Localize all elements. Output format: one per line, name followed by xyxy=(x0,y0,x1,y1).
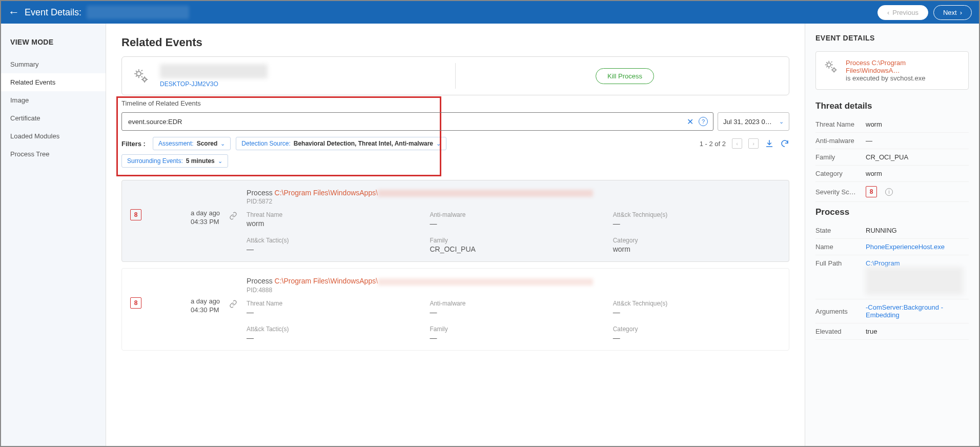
field-value: — xyxy=(247,245,414,253)
help-icon[interactable]: ? xyxy=(699,117,708,126)
sidebar-item-summary[interactable]: Summary xyxy=(1,55,106,73)
chevron-left-icon: ‹ xyxy=(887,9,889,16)
field-label: Anti-malware xyxy=(430,300,597,307)
topbar: ← Event Details: ‹ Previous Next › xyxy=(1,1,979,24)
field-label: Att&ck Tactic(s) xyxy=(247,326,414,333)
event-card[interactable]: 8 a day ago 04:30 PM Process C:\Program … xyxy=(121,268,789,350)
date-range-picker[interactable]: Jul 31, 2023 0… ⌄ xyxy=(718,112,789,131)
sidebar-item-related-events[interactable]: Related Events xyxy=(1,73,106,91)
field-label: Threat Name xyxy=(247,300,414,307)
download-icon[interactable] xyxy=(765,139,774,148)
field-value: CR_OCI_PUA xyxy=(430,245,597,253)
chevron-down-icon: ⌄ xyxy=(436,140,441,147)
chip-key: Surrounding Events: xyxy=(127,157,183,165)
sidebar-item-image[interactable]: Image xyxy=(1,91,106,109)
link-icon xyxy=(229,277,237,341)
content-area: Related Events DESKTOP-JJM2V3O Kill Proc… xyxy=(106,24,805,446)
info-icon[interactable]: i xyxy=(885,188,893,196)
next-button-label: Next xyxy=(943,9,957,16)
refresh-icon[interactable] xyxy=(780,139,789,148)
event-title: Process C:\Program Files\WindowsApps\ xyxy=(247,189,781,197)
kv-key: State xyxy=(815,227,861,234)
kv-value: worm xyxy=(866,170,969,177)
host-link[interactable]: DESKTOP-JJM2V3O xyxy=(160,80,268,88)
field-label: Att&ck Technique(s) xyxy=(613,211,781,218)
svg-point-1 xyxy=(143,78,146,81)
pager-text: 1 - 2 of 2 xyxy=(700,140,726,148)
redacted-path xyxy=(378,190,593,197)
kv-key: Arguments xyxy=(815,308,861,315)
event-title: Process C:\Program Files\WindowsApps\ xyxy=(247,277,781,285)
kv-value: worm xyxy=(866,120,969,128)
search-value: event.source:EDR xyxy=(128,118,182,126)
filters-label: Filters : xyxy=(121,140,146,148)
pager-prev-button[interactable]: ‹ xyxy=(732,138,742,149)
kv-value: RUNNING xyxy=(866,227,969,234)
kv-key: Elevated xyxy=(815,328,861,335)
chip-value: Scored xyxy=(197,140,218,147)
kv-value: — xyxy=(866,137,969,145)
process-heading: Process xyxy=(815,207,969,217)
field-value: — xyxy=(430,308,597,316)
threat-details-heading: Threat details xyxy=(815,101,969,111)
redacted-host-name xyxy=(160,64,268,78)
sidebar-item-process-tree[interactable]: Process Tree xyxy=(1,145,106,163)
field-value: — xyxy=(430,219,597,228)
filter-chip-surrounding-events[interactable]: Surrounding Events: 5 minutes ⌄ xyxy=(121,154,228,168)
next-button[interactable]: Next › xyxy=(933,5,972,20)
field-value: worm xyxy=(613,245,781,253)
field-label: Category xyxy=(613,326,781,333)
sidebar-item-loaded-modules[interactable]: Loaded Modules xyxy=(1,127,106,145)
sidebar-heading: VIEW MODE xyxy=(1,34,106,55)
svg-point-3 xyxy=(833,69,836,72)
chevron-down-icon: ⌄ xyxy=(220,140,225,147)
kv-value-link[interactable]: PhoneExperienceHost.exe xyxy=(866,243,969,251)
event-time: 04:33 PM xyxy=(191,218,220,226)
svg-point-0 xyxy=(137,72,141,76)
chevron-down-icon: ⌄ xyxy=(779,118,784,125)
gears-icon xyxy=(823,59,839,74)
kv-value-link[interactable]: C:\Program xyxy=(866,259,963,267)
chip-key: Assessment: xyxy=(158,140,194,147)
sidebar-item-certificate[interactable]: Certificate xyxy=(1,109,106,127)
kill-process-button[interactable]: Kill Process xyxy=(596,68,654,84)
page-header-title: Event Details: xyxy=(25,7,81,18)
severity-badge: 8 xyxy=(866,186,877,197)
alert-summary-box: Process C:\Program Files\WindowsA… is ex… xyxy=(815,51,969,90)
filter-chip-detection-source[interactable]: Detection Source: Behavioral Detection, … xyxy=(236,137,446,150)
search-input[interactable]: event.source:EDR ✕ ? xyxy=(121,112,713,131)
field-label: Family xyxy=(430,237,597,244)
kv-key: Full Path xyxy=(815,259,861,267)
gears-icon xyxy=(132,67,150,85)
field-value: — xyxy=(613,219,781,228)
link-icon xyxy=(229,189,237,253)
event-time: 04:30 PM xyxy=(191,306,220,314)
svg-point-2 xyxy=(827,63,831,67)
field-value: — xyxy=(247,308,414,316)
redacted-full-path xyxy=(866,267,963,295)
chip-value: Behavioral Detection, Threat Intel, Anti… xyxy=(294,140,433,147)
field-label: Att&ck Technique(s) xyxy=(613,300,781,307)
pager-next-button[interactable]: › xyxy=(748,138,759,149)
filter-chip-assessment[interactable]: Assessment: Scored ⌄ xyxy=(153,137,231,150)
panel-title: EVENT DETAILS xyxy=(815,34,969,42)
field-value: — xyxy=(613,334,781,342)
redacted-path xyxy=(378,278,593,286)
timeline-section: Timeline of Related Events event.source:… xyxy=(121,99,789,168)
chevron-down-icon: ⌄ xyxy=(218,158,222,165)
alert-line-2: is executed by svchost.exe xyxy=(846,74,961,82)
page-title: Related Events xyxy=(121,36,789,49)
previous-button[interactable]: ‹ Previous xyxy=(877,5,928,20)
field-label: Family xyxy=(430,326,597,333)
kv-key: Name xyxy=(815,243,861,251)
chevron-right-icon: › xyxy=(960,9,962,16)
clear-icon[interactable]: ✕ xyxy=(687,117,693,127)
severity-badge: 8 xyxy=(130,209,141,220)
event-card[interactable]: 8 a day ago 04:33 PM Process C:\Program … xyxy=(121,180,789,262)
kv-key: Category xyxy=(815,170,861,177)
field-label: Anti-malware xyxy=(430,211,597,218)
date-value: Jul 31, 2023 0… xyxy=(723,118,772,126)
kv-value-link[interactable]: -ComServer:Background -Embedding xyxy=(866,303,969,319)
back-arrow-icon[interactable]: ← xyxy=(8,6,19,19)
field-value: — xyxy=(430,334,597,342)
